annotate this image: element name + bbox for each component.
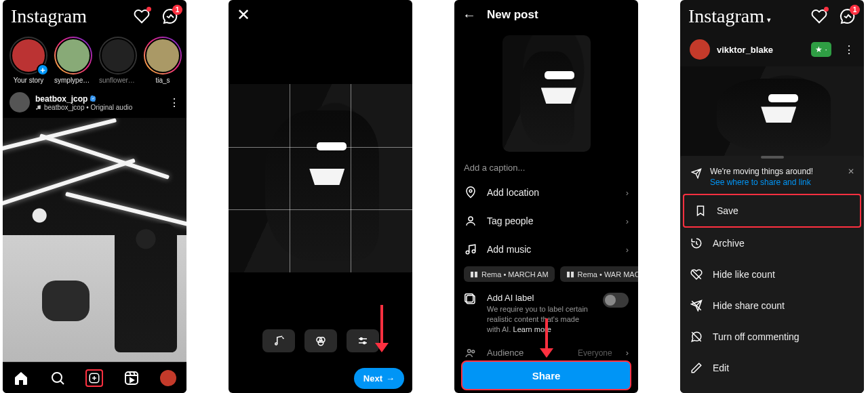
- tag-people-row[interactable]: Tag people›: [454, 207, 638, 235]
- ai-label-toggle[interactable]: [603, 293, 629, 308]
- more-icon[interactable]: ⋮: [844, 43, 854, 56]
- notification-dot: [146, 7, 151, 12]
- svg-point-17: [469, 190, 472, 192]
- see-where-link[interactable]: See where to share and link: [710, 178, 813, 187]
- svg-point-0: [52, 373, 62, 382]
- music-note-icon: [35, 104, 41, 110]
- tutorial-arrow: [377, 305, 387, 352]
- post-avatar[interactable]: [9, 92, 30, 112]
- hide-like-icon: [690, 268, 703, 281]
- instagram-logo[interactable]: Instagram: [11, 5, 87, 27]
- svg-point-9: [275, 343, 277, 345]
- caption-input[interactable]: Add a caption...: [454, 157, 638, 178]
- story-item[interactable]: tia_s: [144, 37, 182, 84]
- nav-reels-icon[interactable]: [123, 369, 140, 387]
- svg-point-15: [360, 338, 362, 340]
- verified-icon: [90, 95, 97, 102]
- menu-hide-share-count[interactable]: Hide share count: [680, 290, 864, 321]
- close-friends-badge[interactable]: ★ ·: [811, 42, 831, 57]
- archive-icon: [690, 236, 703, 250]
- filter-tool-icon[interactable]: [304, 329, 337, 352]
- audio-suggestions: ▮▮ Rema • MARCH AM ▮▮ Rema • WAR MACHINE: [454, 264, 638, 287]
- stories-row[interactable]: + Your story symplypeggie_ sunflower_ya.…: [3, 33, 186, 87]
- story-your-story[interactable]: + Your story: [9, 37, 47, 84]
- menu-archive[interactable]: Archive: [680, 228, 864, 259]
- notifications-icon[interactable]: [134, 8, 150, 24]
- send-icon: [690, 167, 703, 180]
- messenger-badge: 1: [850, 5, 860, 15]
- screen-post-options: Instagram▾ 1 vikktor_blake ★ · ⋮ We're m…: [680, 0, 864, 393]
- instagram-logo[interactable]: Instagram▾: [688, 5, 771, 27]
- messenger-icon[interactable]: 1: [840, 8, 856, 24]
- new-post-header: ← New post: [454, 0, 638, 30]
- nav-create-icon[interactable]: [85, 369, 103, 387]
- dismiss-icon[interactable]: ✕: [848, 167, 854, 187]
- menu-hide-like-count[interactable]: Hide like count: [680, 259, 864, 290]
- username[interactable]: vikktor_blake: [717, 45, 773, 55]
- feed-post-image[interactable]: [3, 118, 186, 362]
- notifications-icon[interactable]: [811, 8, 827, 24]
- next-button[interactable]: Next→: [354, 368, 404, 389]
- add-music-row[interactable]: Add music›: [454, 235, 638, 264]
- nav-search-icon[interactable]: [49, 369, 66, 387]
- menu-edit[interactable]: Edit: [680, 352, 864, 384]
- post-author-row[interactable]: vikktor_blake ★ · ⋮: [680, 33, 864, 66]
- add-story-icon[interactable]: +: [37, 64, 49, 76]
- close-icon[interactable]: ✕: [237, 5, 250, 24]
- page-title: New post: [487, 8, 538, 22]
- tutorial-arrow: [542, 318, 551, 358]
- crop-preview[interactable]: [229, 84, 412, 272]
- screen-crop-editor: ✕ Next→: [229, 0, 412, 393]
- post-header[interactable]: beatbox_jcop beatbox_jcop • Original aud…: [3, 87, 186, 118]
- editor-header: ✕: [229, 0, 412, 30]
- post-image[interactable]: [680, 66, 864, 156]
- chevron-right-icon: ›: [626, 216, 629, 226]
- edit-icon: [690, 361, 703, 375]
- home-header: Instagram 1: [3, 0, 186, 33]
- chevron-right-icon: ›: [626, 348, 629, 358]
- post-audio-label[interactable]: beatbox_jcop • Original audio: [35, 104, 132, 111]
- svg-point-18: [469, 217, 473, 221]
- chevron-down-icon[interactable]: ▾: [767, 16, 771, 24]
- notification-dot: [824, 7, 829, 12]
- messenger-badge: 1: [172, 5, 182, 15]
- screen-new-post: ← New post Add a caption... Add location…: [454, 0, 638, 393]
- ai-label-icon: [464, 293, 477, 306]
- hide-share-icon: [690, 299, 703, 312]
- chevron-right-icon: ›: [626, 188, 629, 198]
- svg-point-24: [472, 350, 475, 352]
- story-item[interactable]: sunflower_ya...: [99, 37, 137, 84]
- svg-line-1: [60, 381, 64, 384]
- post-more-icon[interactable]: ⋮: [169, 96, 180, 109]
- adjust-tool-icon[interactable]: [347, 329, 379, 352]
- bottom-nav: [3, 362, 186, 393]
- share-button[interactable]: Share: [461, 360, 631, 390]
- avatar[interactable]: [690, 39, 710, 60]
- svg-point-12: [318, 340, 323, 346]
- nav-profile-icon[interactable]: [159, 369, 177, 387]
- svg-point-23: [468, 349, 471, 352]
- music-icon: [464, 243, 477, 256]
- svg-rect-5: [125, 372, 138, 384]
- post-thumbnail[interactable]: [502, 35, 591, 152]
- tag-people-icon: [464, 214, 477, 228]
- add-location-row[interactable]: Add location›: [454, 178, 638, 207]
- audio-suggestion-chip[interactable]: ▮▮ Rema • WAR MACHINE: [560, 266, 638, 282]
- music-tool-icon[interactable]: [262, 329, 295, 352]
- story-item[interactable]: symplypeggie_: [54, 37, 92, 84]
- menu-save[interactable]: Save: [683, 194, 861, 228]
- svg-point-19: [466, 251, 469, 254]
- bookmark-icon: [694, 204, 707, 218]
- audience-icon: [464, 346, 477, 360]
- post-username[interactable]: beatbox_jcop: [35, 94, 132, 104]
- messenger-icon[interactable]: 1: [162, 8, 178, 24]
- nav-home-icon[interactable]: [12, 369, 30, 387]
- comment-off-icon: [690, 330, 703, 344]
- chevron-right-icon: ›: [626, 245, 629, 255]
- menu-turn-off-commenting[interactable]: Turn off commenting: [680, 321, 864, 352]
- audio-suggestion-chip[interactable]: ▮▮ Rema • MARCH AM: [464, 266, 555, 282]
- back-icon[interactable]: ←: [462, 7, 476, 23]
- screen-home-feed: Instagram 1 + Your story symplypeggie_ s…: [3, 0, 186, 393]
- home-header: Instagram▾ 1: [680, 0, 864, 33]
- svg-point-16: [363, 342, 365, 344]
